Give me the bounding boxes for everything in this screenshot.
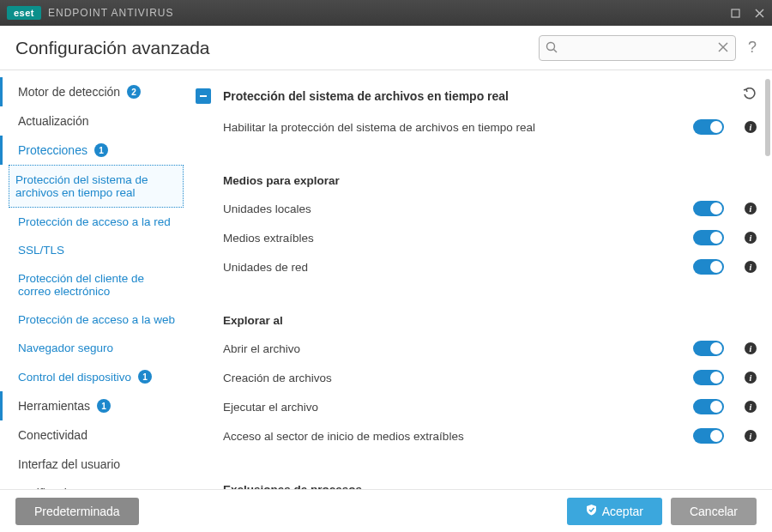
sidebar-item-label: Herramientas [18, 399, 90, 413]
group-heading: Exclusiones de procesos [196, 476, 757, 489]
info-icon[interactable]: i [745, 401, 757, 413]
setting-row: Unidades localesi [196, 194, 757, 223]
cancel-button[interactable]: Cancelar [671, 498, 757, 525]
group-heading: Medios para explorar [196, 167, 757, 194]
footer: Predeterminada Aceptar Cancelar [0, 489, 772, 532]
page-title: Configuración avanzada [15, 38, 210, 58]
sidebar-item-network-access[interactable]: Protección de acceso a la red [0, 208, 187, 236]
toggle-network-drives[interactable] [693, 259, 724, 275]
sidebar-item-email-client[interactable]: Protección del cliente de correo electró… [0, 264, 187, 305]
content-pane: Protección del sistema de archivos en ti… [187, 70, 772, 489]
sidebar-item-label: Interfaz del usuario [18, 457, 120, 471]
toggle-file-create[interactable] [693, 370, 724, 385]
window-controls [729, 7, 765, 19]
setting-label: Creación de archivos [223, 372, 693, 384]
sidebar-item-secure-browser[interactable]: Navegador seguro [0, 334, 187, 362]
sidebar-item-label: SSL/TLS [18, 244, 64, 257]
sidebar-item-label: Protección de acceso a la web [18, 313, 175, 326]
setting-row: Unidades de redi [196, 252, 757, 281]
accept-label: Aceptar [602, 505, 643, 518]
badge: 1 [138, 370, 152, 384]
sidebar-item-update[interactable]: Actualización [0, 106, 187, 136]
sidebar-item-realtime-fs[interactable]: Protección del sistema de archivos en ti… [9, 165, 184, 208]
info-icon[interactable]: i [745, 342, 757, 354]
info-icon[interactable]: i [745, 430, 757, 442]
sidebar-item-label: Protección del sistema de archivos en ti… [15, 173, 174, 199]
setting-row: Creación de archivosi [196, 363, 757, 392]
svg-point-3 [546, 42, 554, 50]
sidebar-item-label: Actualización [18, 114, 89, 128]
sidebar-item-device-control[interactable]: Control del dispositivo1 [0, 362, 187, 391]
help-icon[interactable]: ? [748, 39, 757, 57]
setting-label: Unidades de red [223, 261, 693, 274]
setting-label: Unidades locales [223, 203, 693, 215]
sidebar-item-protections[interactable]: Protecciones1 [0, 136, 187, 165]
sidebar-item-tools[interactable]: Herramientas1 [0, 391, 187, 420]
section-title: Protección del sistema de archivos en ti… [223, 89, 743, 103]
sidebar-item-ssl-tls[interactable]: SSL/TLS [0, 236, 187, 264]
sidebar: Motor de detección2 Actualización Protec… [0, 70, 187, 489]
setting-label: Acceso al sector de inicio de medios ext… [223, 430, 693, 443]
sidebar-item-label: Motor de detección [18, 85, 120, 99]
product-name: ENDPOINT ANTIVIRUS [48, 7, 173, 19]
setting-row: Abrir el archivoi [196, 334, 757, 363]
body: Motor de detección2 Actualización Protec… [0, 70, 772, 489]
sidebar-item-connectivity[interactable]: Conectividad [0, 420, 187, 450]
toggle-enable-realtime[interactable] [693, 119, 724, 135]
toggle-removable-media[interactable] [693, 230, 724, 245]
maximize-icon[interactable] [729, 7, 741, 19]
setting-label: Ejecutar el archivo [223, 401, 693, 414]
svg-rect-0 [732, 9, 739, 17]
badge: 1 [94, 143, 108, 157]
setting-row: Acceso al sector de inicio de medios ext… [196, 421, 757, 450]
sidebar-item-label: Navegador seguro [18, 342, 113, 354]
sidebar-item-label: Conectividad [18, 428, 87, 442]
toggle-file-open[interactable] [693, 341, 724, 356]
sidebar-item-label: Control del dispositivo [18, 371, 131, 384]
setting-row: Ejecutar el archivoi [196, 392, 757, 421]
default-button[interactable]: Predeterminada [15, 498, 139, 525]
svg-line-4 [553, 49, 557, 52]
toggle-boot-sector[interactable] [693, 428, 724, 444]
info-icon[interactable]: i [745, 261, 757, 273]
toggle-file-exec[interactable] [693, 399, 724, 414]
close-icon[interactable] [753, 7, 765, 19]
setting-row: Habilitar la protección del sistema de a… [196, 112, 757, 142]
info-icon[interactable]: i [745, 121, 757, 133]
info-icon[interactable]: i [745, 372, 757, 384]
info-icon[interactable]: i [745, 232, 757, 244]
undo-icon[interactable] [743, 88, 757, 104]
search-wrap [539, 35, 736, 61]
setting-label: Medios extraíbles [223, 232, 693, 245]
toggle-local-drives[interactable] [693, 201, 724, 216]
group-title: Medios para explorar [223, 174, 757, 187]
shield-icon [586, 504, 597, 518]
sidebar-item-ui[interactable]: Interfaz del usuario [0, 450, 187, 479]
setting-label: Abrir el archivo [223, 342, 693, 355]
badge: 2 [127, 85, 141, 99]
info-icon[interactable]: i [745, 203, 757, 215]
accept-button[interactable]: Aceptar [567, 498, 662, 525]
sidebar-item-notifications[interactable]: Notificaciones [0, 479, 187, 489]
collapse-icon[interactable] [196, 88, 211, 104]
group-heading: Explorar al [196, 307, 757, 334]
group-title: Explorar al [223, 314, 757, 327]
search-input[interactable] [539, 35, 736, 61]
badge: 1 [97, 399, 111, 413]
search-icon [546, 41, 558, 57]
sidebar-item-label: Protección de acceso a la red [18, 215, 171, 228]
sidebar-item-web-access[interactable]: Protección de acceso a la web [0, 305, 187, 334]
scrollbar[interactable] [765, 79, 770, 156]
setting-label: Habilitar la protección del sistema de a… [223, 121, 693, 134]
section-header: Protección del sistema de archivos en ti… [196, 79, 757, 112]
sidebar-item-label: Protecciones [18, 143, 87, 157]
header: Configuración avanzada ? [0, 26, 772, 70]
sidebar-item-detection-engine[interactable]: Motor de detección2 [0, 77, 187, 106]
group-title: Exclusiones de procesos [223, 483, 757, 489]
setting-row: Medios extraíblesi [196, 223, 757, 252]
sidebar-item-label: Protección del cliente de correo electró… [18, 272, 178, 298]
clear-search-icon[interactable] [717, 41, 729, 56]
brand-logo: eset [7, 6, 41, 20]
titlebar: eset ENDPOINT ANTIVIRUS [0, 0, 772, 26]
sidebar-item-label: Notificaciones [18, 487, 93, 489]
